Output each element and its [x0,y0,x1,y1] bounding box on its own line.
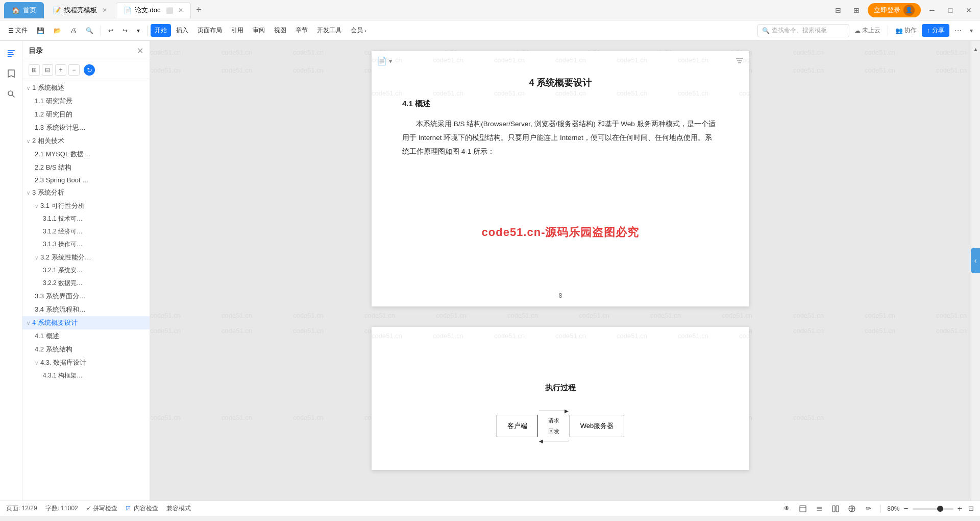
toolbar-preview[interactable]: 🔍 [82,25,97,36]
tab-template-close[interactable]: ✕ [102,7,107,14]
toc-item[interactable]: ∨ 2 相关技术 [22,134,150,148]
list-view-button[interactable] [813,503,825,515]
right-scroll-up[interactable]: ▲ [972,45,980,53]
page-info: 页面: 12/29 [6,504,37,513]
more-button[interactable]: ⋯ [951,25,965,37]
toc-collapse-all-button[interactable]: ⊟ [42,64,53,76]
login-button[interactable]: 立即登录 👤 [868,3,921,17]
sidebar-toc-button[interactable] [3,45,19,61]
content-check-item[interactable]: ☑ 内容检查 [126,504,158,513]
close-button[interactable]: ✕ [962,3,976,17]
compat-mode-item: 兼容模式 [166,504,191,513]
tab-restore-icon[interactable]: ⬜ [166,7,173,14]
page-dropdown-button[interactable]: ▾ [389,58,392,65]
toolbar-member[interactable]: 会员 › [347,24,371,37]
toc-remove-button[interactable]: − [68,64,80,76]
tab-doc[interactable]: 📄 论文.doc ⬜ ✕ [116,2,191,18]
toolbar-undo[interactable]: ↩ [104,25,117,36]
toolbar-open[interactable]: 📂 [50,25,65,36]
toc-expand-all-button[interactable]: ⊞ [29,64,40,76]
cloud-button[interactable]: ☁ 未上云 [851,24,884,37]
toolbar-review[interactable]: 审阅 [249,24,269,37]
toolbar-page-layout[interactable]: 页面布局 [193,24,226,37]
toolbar: ☰ 文件 💾 📂 🖨 🔍 ↩ ↪ ▾ 开始 插入 页面布局 引用 审阅 视图 章… [0,20,980,41]
zoom-out-button[interactable]: − [901,504,910,513]
web-view-button[interactable] [846,503,858,515]
split-view-button[interactable]: ⊟ [831,3,845,17]
tab-doc-label: 论文.doc [135,6,161,15]
sidebar-search-button[interactable] [3,86,19,102]
toolbar-print[interactable]: 🖨 [66,25,81,36]
toc-item[interactable]: 3.1.2 经济可… [22,225,150,238]
search-box[interactable]: 🔍 查找命令、搜索模板 [757,24,849,37]
toc-item[interactable]: 3.4 系统流程和… [22,303,150,316]
zoom-in-button[interactable]: + [955,504,964,513]
toc-add-button[interactable]: + [55,64,66,76]
toc-sync-button[interactable]: ↻ [84,64,95,76]
toc-item[interactable]: 4.2 系统结构 [22,343,150,356]
login-label: 立即登录 [874,6,900,15]
minimize-button[interactable]: ─ [925,3,939,17]
toc-item[interactable]: 3.2.1 系统安… [22,264,150,277]
share-button[interactable]: ↑ 分享 [922,24,949,37]
split-tool-button[interactable] [829,503,842,515]
eye-tool-button[interactable]: 👁 [780,503,793,515]
toolbar-chapter[interactable]: 章节 [291,24,312,37]
toolbar-view[interactable]: 视图 [270,24,290,37]
toc-item-active[interactable]: ∨ 4 系统概要设计 [22,316,150,329]
zoom-fit-button[interactable]: ⊡ [968,505,974,512]
doc-area[interactable]: code51.cncode51.cncode51.cncode51.cncode… [150,41,971,501]
page-filter-button[interactable] [735,56,744,67]
toc-item[interactable]: 3.2.2 数据完… [22,277,150,290]
toc-item[interactable]: 1.1 研究背景 [22,94,150,108]
toc-item[interactable]: ∨ 3 系统分析 [22,186,150,199]
toc-item[interactable]: 3.1.1 技术可… [22,212,150,225]
toc-item[interactable]: ∨ 4.3. 数据库设计 [22,356,150,369]
toc-item[interactable]: 2.2 B/S 结构 [22,161,150,174]
maximize-button[interactable]: □ [943,3,958,17]
toc-panel: 目录 ✕ ⊞ ⊟ + − ↻ ∨ 1 系统概述 1.1 研究背景 1.2 研究目… [22,41,150,501]
toc-item[interactable]: ∨ 3.1 可行性分析 [22,199,150,212]
spell-check-item[interactable]: ✓ 拼写检查 [86,504,117,513]
tab-add-button[interactable]: + [192,3,206,17]
annotate-button[interactable]: ✏ [862,503,874,515]
sidebar-expand-button[interactable]: ‹ [971,248,980,273]
toc-item[interactable]: 2.3 Spring Boot … [22,174,150,186]
collab-button[interactable]: 👥 协作 [892,24,920,37]
toc-item[interactable]: ∨ 1 系统概述 [22,81,150,94]
tab-doc-close[interactable]: ✕ [178,7,183,14]
doc-view-button[interactable] [797,503,809,515]
page-icon-button[interactable]: 📄 [377,56,387,66]
sidebar-bookmark-button[interactable] [3,65,19,82]
doc-page-1: code51.cncode51.cncode51.cncode51.cncode… [372,51,749,306]
grid-view-button[interactable]: ⊞ [849,3,864,17]
toolbar-dropdown[interactable]: ▾ [133,25,144,36]
toolbar-file[interactable]: ☰ 文件 [4,24,32,37]
cloud-icon: ☁ [854,27,861,34]
expand-toolbar-button[interactable]: ▾ [967,25,976,36]
zoom-slider[interactable] [913,508,953,510]
toc-title: 目录 [29,46,43,56]
spell-check-label: ✓ 拼写检查 [86,504,117,513]
zoom-thumb[interactable] [937,506,943,512]
toolbar-redo[interactable]: ↪ [118,25,132,36]
toc-item[interactable]: 4.1 概述 [22,329,150,343]
toc-item[interactable]: 3.3 系统界面分… [22,290,150,303]
toc-header: 目录 ✕ [22,41,150,61]
toolbar-start[interactable]: 开始 [151,24,171,37]
toc-item[interactable]: 2.1 MYSQL 数据… [22,148,150,161]
toolbar-dev-tools[interactable]: 开发工具 [313,24,346,37]
toc-item[interactable]: 4.3.1 构框架… [22,369,150,382]
tab-home[interactable]: 🏠 首页 [4,2,44,18]
toolbar-references[interactable]: 引用 [227,24,248,37]
toolbar-save[interactable]: 💾 [33,25,48,36]
toc-item[interactable]: 1.2 研究目的 [22,108,150,121]
toc-close-button[interactable]: ✕ [137,46,143,56]
toc-item[interactable]: ∨ 3.2 系统性能分… [22,251,150,264]
tab-template[interactable]: 📝 找程亮模板 ✕ [45,2,115,18]
toolbar-insert[interactable]: 插入 [172,24,192,37]
separator [880,505,881,513]
separator-2 [147,26,148,36]
toc-item[interactable]: 3.1.3 操作可… [22,238,150,251]
toc-item[interactable]: 1.3 系统设计思… [22,121,150,134]
